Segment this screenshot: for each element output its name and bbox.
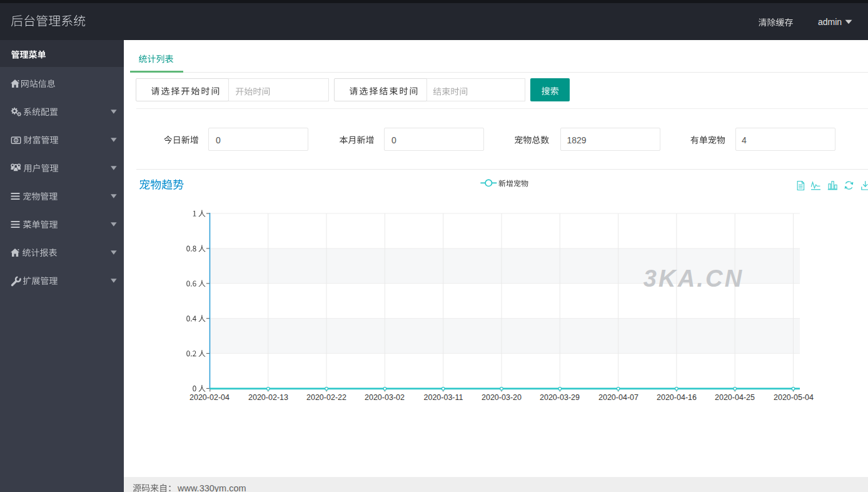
- svg-text:3KA.CN: 3KA.CN: [643, 265, 744, 292]
